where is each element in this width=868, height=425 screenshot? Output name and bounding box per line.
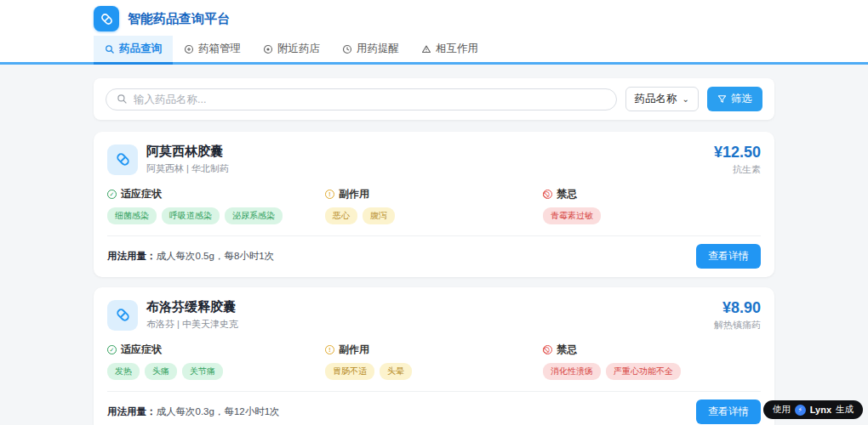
select-value: 药品名称 [635,92,677,106]
drug-subtitle: 阿莫西林 | 华北制药 [146,162,229,175]
search-panel: 药品名称 ⌄ 筛选 [94,78,774,120]
section-label: 禁忌 [557,187,577,201]
brand-row: 智能药品查询平台 [94,0,774,36]
clock-icon [342,44,352,54]
tab-label: 用药提醒 [357,42,399,56]
symptoms-section: ✓适应症状 发热 头痛 关节痛 [107,343,325,380]
price-block: ¥8.90 解热镇痛药 [714,299,761,332]
contraindication-tag: 消化性溃疡 [543,363,601,380]
lynx-generated-badge[interactable]: 使用 ⚡ Lynx 生成 [763,400,863,419]
tab-interactions[interactable]: 相互作用 [410,36,489,65]
search-input[interactable] [134,94,606,105]
drug-price: ¥12.50 [714,144,761,162]
usage-row: 用法用量：成人每次0.5g，每8小时1次 查看详情 [107,235,761,277]
ban-circle-icon: ⃠ [543,190,552,199]
drug-category: 解热镇痛药 [714,319,761,332]
drug-card-header: 阿莫西林胶囊 阿莫西林 | 华北制药 ¥12.50 抗生素 [107,144,761,176]
capsule-icon [100,12,114,26]
drug-category: 抗生素 [714,163,761,176]
contraindication-tag: 青霉素过敏 [543,207,601,224]
capsule-icon [107,144,138,175]
price-block: ¥12.50 抗生素 [714,144,761,176]
badge-prefix: 使用 [773,404,791,416]
badge-suffix: 生成 [836,404,854,416]
drug-card: 阿莫西林胶囊 阿莫西林 | 华北制药 ¥12.50 抗生素 ✓适应症状 细菌感染… [94,132,774,277]
side-effects-section: !副作用 恶心 腹泻 [325,187,543,224]
tab-medkit-manage[interactable]: 药箱管理 [173,36,252,65]
funnel-icon [717,94,727,104]
side-effect-tag: 胃肠不适 [325,363,374,380]
search-type-select[interactable]: 药品名称 ⌄ [625,87,699,111]
tab-label: 药箱管理 [198,42,241,56]
side-effects-section: !副作用 胃肠不适 头晕 [325,343,543,380]
alert-circle-icon: ! [325,190,334,199]
tab-label: 药品查询 [119,42,162,56]
contraindications-section: ⃠禁忌 青霉素过敏 [543,187,761,224]
check-circle-icon: ✓ [107,345,117,354]
symptom-tag: 发热 [107,363,140,380]
lynx-logo-icon: ⚡ [795,405,806,416]
chevron-down-icon: ⌄ [682,94,689,104]
page-title: 智能药品查询平台 [128,11,230,27]
tab-nearby-pharmacy[interactable]: 附近药店 [252,36,331,65]
view-details-button[interactable]: 查看详情 [696,244,761,269]
side-effect-tag: 头晕 [380,363,412,380]
contraindication-tag: 严重心功能不全 [606,363,681,380]
view-details-button[interactable]: 查看详情 [696,400,761,424]
filter-label: 筛选 [731,92,752,106]
warning-triangle-icon [421,44,431,54]
badge-brand: Lynx [810,405,831,415]
capsule-icon [107,300,138,331]
side-effect-tag: 恶心 [325,207,357,224]
symptom-tag: 头痛 [145,363,177,380]
drug-subtitle: 布洛芬 | 中美天津史克 [146,318,238,331]
side-effect-tag: 腹泻 [363,207,395,224]
symptom-tag: 呼吸道感染 [162,207,220,224]
app-logo [94,6,119,31]
usage-row: 用法用量：成人每次0.3g，每12小时1次 查看详情 [107,391,761,425]
section-label: 适应症状 [121,187,162,201]
location-icon [263,44,273,54]
symptoms-section: ✓适应症状 细菌感染 呼吸道感染 泌尿系感染 [107,187,325,224]
drug-card-header: 布洛芬缓释胶囊 布洛芬 | 中美天津史克 ¥8.90 解热镇痛药 [107,299,761,332]
drug-info-sections: ✓适应症状 细菌感染 呼吸道感染 泌尿系感染 !副作用 恶心 腹泻 ⃠禁忌 [107,187,761,224]
tab-label: 相互作用 [436,42,478,56]
section-label: 禁忌 [557,343,577,357]
drug-price: ¥8.90 [714,299,761,317]
alert-circle-icon: ! [325,345,334,354]
drug-identity: 布洛芬缓释胶囊 布洛芬 | 中美天津史克 [107,299,238,331]
drug-info-sections: ✓适应症状 发热 头痛 关节痛 !副作用 胃肠不适 头晕 ⃠禁忌 [107,343,761,380]
section-label: 副作用 [339,343,369,357]
tab-drug-search[interactable]: 药品查询 [94,36,173,65]
filter-button[interactable]: 筛选 [707,87,762,111]
drug-identity: 阿莫西林胶囊 阿莫西林 | 华北制药 [107,144,229,175]
usage-value: 成人每次0.5g，每8小时1次 [157,251,275,261]
ban-circle-icon: ⃠ [543,345,552,354]
main-content: 药品名称 ⌄ 筛选 阿莫西林胶囊 阿莫西林 | 华北制药 [0,65,868,425]
symptom-tag: 泌尿系感染 [225,207,283,224]
usage-label: 用法用量： [107,406,157,416]
main-nav: 药品查询 药箱管理 附近药店 用药提醒 [94,36,774,62]
symptom-tag: 细菌感染 [107,207,157,224]
contraindications-section: ⃠禁忌 消化性溃疡 严重心功能不全 [543,343,761,380]
search-box[interactable] [106,88,617,110]
usage-value: 成人每次0.3g，每12小时1次 [157,406,280,416]
check-circle-icon: ✓ [107,190,117,199]
drug-name: 阿莫西林胶囊 [146,144,229,160]
tab-label: 附近药店 [277,42,320,56]
app-header: 智能药品查询平台 药品查询 药箱管理 附近药店 [0,0,868,65]
drug-name: 布洛芬缓释胶囊 [146,299,238,315]
medkit-icon [184,44,194,54]
tab-medication-reminder[interactable]: 用药提醒 [331,36,410,65]
usage-label: 用法用量： [107,251,157,261]
symptom-tag: 关节痛 [182,363,223,380]
search-icon [105,44,115,54]
section-label: 适应症状 [121,343,162,357]
search-icon [117,94,128,105]
drug-card: 布洛芬缓释胶囊 布洛芬 | 中美天津史克 ¥8.90 解热镇痛药 ✓适应症状 发… [94,287,774,425]
section-label: 副作用 [339,187,369,201]
